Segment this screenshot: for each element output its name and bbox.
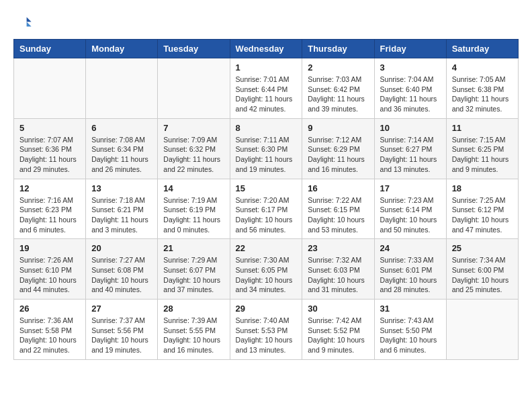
day-detail: Sunrise: 7:25 AM Sunset: 6:12 PM Dayligh…	[452, 195, 513, 235]
week-row-2: 12Sunrise: 7:16 AM Sunset: 6:23 PM Dayli…	[14, 179, 519, 239]
day-detail: Sunrise: 7:23 AM Sunset: 6:14 PM Dayligh…	[380, 195, 441, 235]
day-number: 24	[380, 243, 441, 253]
weekday-tuesday: Tuesday	[158, 40, 230, 58]
day-cell: 3Sunrise: 7:04 AM Sunset: 6:40 PM Daylig…	[374, 58, 446, 119]
day-number: 2	[308, 62, 368, 73]
weekday-monday: Monday	[86, 40, 158, 58]
day-cell: 5Sunrise: 7:07 AM Sunset: 6:36 PM Daylig…	[14, 118, 86, 179]
day-number: 9	[308, 123, 368, 133]
day-detail: Sunrise: 7:33 AM Sunset: 6:01 PM Dayligh…	[380, 255, 441, 295]
week-row-1: 5Sunrise: 7:07 AM Sunset: 6:36 PM Daylig…	[14, 118, 519, 179]
day-number: 11	[452, 123, 513, 133]
day-cell: 2Sunrise: 7:03 AM Sunset: 6:42 PM Daylig…	[302, 58, 374, 119]
day-detail: Sunrise: 7:01 AM Sunset: 6:44 PM Dayligh…	[236, 75, 297, 114]
day-detail: Sunrise: 7:32 AM Sunset: 6:03 PM Dayligh…	[308, 255, 368, 295]
weekday-header-row: SundayMondayTuesdayWednesdayThursdayFrid…	[14, 40, 519, 58]
day-cell: 11Sunrise: 7:15 AM Sunset: 6:25 PM Dayli…	[446, 118, 518, 179]
day-number: 15	[236, 183, 297, 193]
day-cell: 31Sunrise: 7:43 AM Sunset: 5:50 PM Dayli…	[374, 300, 446, 360]
day-detail: Sunrise: 7:39 AM Sunset: 5:55 PM Dayligh…	[163, 316, 224, 355]
day-number: 1	[236, 62, 297, 73]
day-cell	[14, 58, 86, 119]
day-detail: Sunrise: 7:19 AM Sunset: 6:19 PM Dayligh…	[163, 195, 224, 235]
day-cell: 30Sunrise: 7:42 AM Sunset: 5:52 PM Dayli…	[302, 300, 374, 360]
day-detail: Sunrise: 7:34 AM Sunset: 6:00 PM Dayligh…	[452, 255, 513, 295]
day-cell: 22Sunrise: 7:30 AM Sunset: 6:05 PM Dayli…	[230, 239, 302, 300]
day-cell: 15Sunrise: 7:20 AM Sunset: 6:17 PM Dayli…	[230, 179, 302, 239]
day-detail: Sunrise: 7:03 AM Sunset: 6:42 PM Dayligh…	[308, 75, 368, 114]
day-detail: Sunrise: 7:43 AM Sunset: 5:50 PM Dayligh…	[380, 316, 441, 355]
week-row-4: 26Sunrise: 7:36 AM Sunset: 5:58 PM Dayli…	[14, 300, 519, 360]
day-cell: 13Sunrise: 7:18 AM Sunset: 6:21 PM Dayli…	[86, 179, 158, 239]
day-number: 7	[163, 123, 224, 133]
day-number: 28	[163, 304, 224, 314]
calendar-body: 1Sunrise: 7:01 AM Sunset: 6:44 PM Daylig…	[14, 58, 519, 360]
day-detail: Sunrise: 7:14 AM Sunset: 6:27 PM Dayligh…	[380, 135, 441, 175]
day-detail: Sunrise: 7:36 AM Sunset: 5:58 PM Dayligh…	[19, 316, 80, 355]
day-number: 8	[236, 123, 297, 133]
day-detail: Sunrise: 7:12 AM Sunset: 6:29 PM Dayligh…	[308, 135, 368, 175]
day-cell: 23Sunrise: 7:32 AM Sunset: 6:03 PM Dayli…	[302, 239, 374, 300]
day-cell: 18Sunrise: 7:25 AM Sunset: 6:12 PM Dayli…	[446, 179, 518, 239]
day-cell: 24Sunrise: 7:33 AM Sunset: 6:01 PM Dayli…	[374, 239, 446, 300]
day-cell: 7Sunrise: 7:09 AM Sunset: 6:32 PM Daylig…	[158, 118, 230, 179]
day-number: 12	[19, 183, 80, 193]
day-cell: 8Sunrise: 7:11 AM Sunset: 6:30 PM Daylig…	[230, 118, 302, 179]
day-cell: 28Sunrise: 7:39 AM Sunset: 5:55 PM Dayli…	[158, 300, 230, 360]
day-cell: 20Sunrise: 7:27 AM Sunset: 6:08 PM Dayli…	[86, 239, 158, 300]
day-detail: Sunrise: 7:20 AM Sunset: 6:17 PM Dayligh…	[236, 195, 297, 235]
day-detail: Sunrise: 7:08 AM Sunset: 6:34 PM Dayligh…	[91, 135, 152, 175]
day-detail: Sunrise: 7:42 AM Sunset: 5:52 PM Dayligh…	[308, 316, 368, 355]
day-number: 19	[19, 243, 80, 253]
day-number: 27	[91, 304, 152, 314]
day-cell: 4Sunrise: 7:05 AM Sunset: 6:38 PM Daylig…	[446, 58, 518, 119]
day-number: 14	[163, 183, 224, 193]
day-number: 25	[452, 243, 513, 253]
day-detail: Sunrise: 7:11 AM Sunset: 6:30 PM Dayligh…	[236, 135, 297, 175]
day-cell: 26Sunrise: 7:36 AM Sunset: 5:58 PM Dayli…	[14, 300, 86, 360]
day-detail: Sunrise: 7:30 AM Sunset: 6:05 PM Dayligh…	[236, 255, 297, 295]
weekday-sunday: Sunday	[14, 40, 86, 58]
day-number: 23	[308, 243, 368, 253]
day-detail: Sunrise: 7:37 AM Sunset: 5:56 PM Dayligh…	[91, 316, 152, 355]
day-detail: Sunrise: 7:40 AM Sunset: 5:53 PM Dayligh…	[236, 316, 297, 355]
day-number: 18	[452, 183, 513, 193]
svg-marker-1	[27, 22, 32, 27]
day-cell: 27Sunrise: 7:37 AM Sunset: 5:56 PM Dayli…	[86, 300, 158, 360]
day-cell: 1Sunrise: 7:01 AM Sunset: 6:44 PM Daylig…	[230, 58, 302, 119]
day-cell: 16Sunrise: 7:22 AM Sunset: 6:15 PM Dayli…	[302, 179, 374, 239]
day-cell: 19Sunrise: 7:26 AM Sunset: 6:10 PM Dayli…	[14, 239, 86, 300]
day-cell: 17Sunrise: 7:23 AM Sunset: 6:14 PM Dayli…	[374, 179, 446, 239]
day-cell: 14Sunrise: 7:19 AM Sunset: 6:19 PM Dayli…	[158, 179, 230, 239]
day-cell: 6Sunrise: 7:08 AM Sunset: 6:34 PM Daylig…	[86, 118, 158, 179]
weekday-friday: Friday	[374, 40, 446, 58]
header	[13, 13, 519, 32]
day-number: 10	[380, 123, 441, 133]
day-number: 30	[308, 304, 368, 314]
day-detail: Sunrise: 7:29 AM Sunset: 6:07 PM Dayligh…	[163, 255, 224, 295]
day-detail: Sunrise: 7:15 AM Sunset: 6:25 PM Dayligh…	[452, 135, 513, 175]
day-cell: 9Sunrise: 7:12 AM Sunset: 6:29 PM Daylig…	[302, 118, 374, 179]
day-detail: Sunrise: 7:26 AM Sunset: 6:10 PM Dayligh…	[19, 255, 80, 295]
day-number: 3	[380, 62, 441, 73]
day-cell: 29Sunrise: 7:40 AM Sunset: 5:53 PM Dayli…	[230, 300, 302, 360]
day-cell: 21Sunrise: 7:29 AM Sunset: 6:07 PM Dayli…	[158, 239, 230, 300]
week-row-0: 1Sunrise: 7:01 AM Sunset: 6:44 PM Daylig…	[14, 58, 519, 119]
weekday-thursday: Thursday	[302, 40, 374, 58]
day-number: 17	[380, 183, 441, 193]
weekday-wednesday: Wednesday	[230, 40, 302, 58]
logo-icon	[13, 13, 32, 32]
day-cell: 12Sunrise: 7:16 AM Sunset: 6:23 PM Dayli…	[14, 179, 86, 239]
day-number: 5	[19, 123, 80, 133]
day-detail: Sunrise: 7:16 AM Sunset: 6:23 PM Dayligh…	[19, 195, 80, 235]
day-number: 26	[19, 304, 80, 314]
day-number: 20	[91, 243, 152, 253]
day-detail: Sunrise: 7:07 AM Sunset: 6:36 PM Dayligh…	[19, 135, 80, 175]
day-number: 29	[236, 304, 297, 314]
svg-marker-0	[27, 17, 32, 22]
day-detail: Sunrise: 7:22 AM Sunset: 6:15 PM Dayligh…	[308, 195, 368, 235]
day-number: 6	[91, 123, 152, 133]
day-cell	[446, 300, 518, 360]
logo	[13, 13, 35, 32]
day-number: 4	[452, 62, 513, 73]
